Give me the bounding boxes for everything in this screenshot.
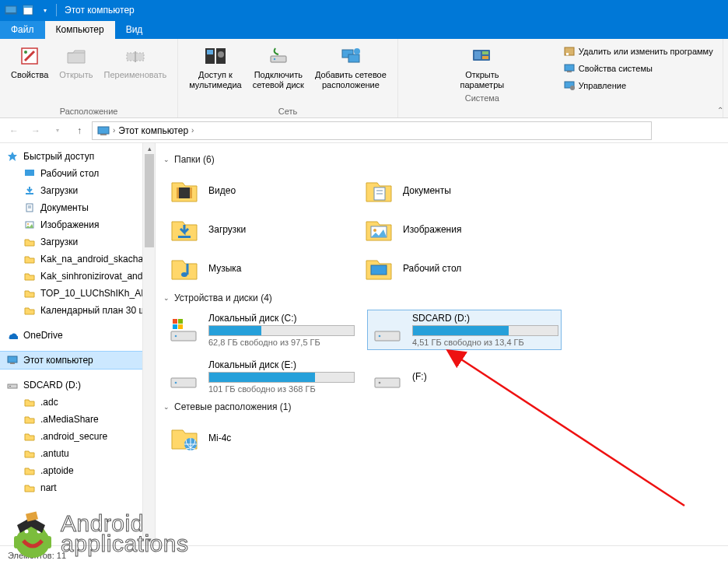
status-bar: Элементов: 11 [0,545,728,564]
scroll-up-icon[interactable]: ▴ [143,143,156,154]
system-properties-button[interactable]: Свойства системы [560,61,716,76]
qat-separator [56,4,57,16]
sidebar-f1[interactable]: Kak_na_android_skachat_vi [0,250,155,268]
sidebar-sdcard-label: SDCARD (D:) [23,380,81,391]
sidebar-f4[interactable]: Календарный план 30 шк [0,302,155,319]
content-pane[interactable]: ⌄Папки (6) Видео Документы Загрузки Изоб… [156,143,728,545]
sidebar-amedia[interactable]: .aMediaShare [0,411,155,428]
folder-documents[interactable]: Документы [358,171,552,210]
scroll-thumb[interactable] [145,154,154,247]
tab-view[interactable]: Вид [115,21,154,39]
svg-rect-38 [10,363,15,364]
folder-video[interactable]: Видео [163,171,358,210]
sidebar-quick-access[interactable]: Быстрый доступ [0,148,155,165]
sidebar-aptoide[interactable]: .aptoide [0,462,155,479]
folder-pictures[interactable]: Изображения [358,210,552,249]
drive-d[interactable]: SDCARD (D:) 4,51 ГБ свободно из 13,4 ГБ [367,310,562,350]
sidebar-documents[interactable]: Документы [0,199,155,216]
address-pc-icon [97,124,110,137]
media-access-label: Доступ к мультимедиа [189,70,242,90]
open-settings-button[interactable]: Открыть параметры [456,42,509,92]
nav-forward-button[interactable]: → [26,121,45,140]
drive-d-bar [412,325,558,336]
drive-d-name: SDCARD (D:) [412,313,558,324]
chevron-down-icon: ⌄ [163,403,170,411]
ribbon-group-network: Доступ к мультимедиа Подключить сетевой … [178,39,398,117]
svg-rect-1 [5,12,16,14]
svg-point-11 [218,51,224,58]
sidebar-downloads[interactable]: Загрузки [0,182,155,199]
properties-button[interactable]: Свойства [6,42,53,82]
sidebar-onedrive[interactable]: OneDrive [0,327,155,344]
nav-recent-dropdown[interactable]: ▾ [48,121,67,140]
breadcrumb-sep2-icon[interactable]: › [191,126,194,135]
desktop-folder-icon [362,252,395,285]
group-location-label: Расположение [60,105,118,116]
sidebar-scrollbar[interactable]: ▴ ▾ [142,143,155,545]
add-network-loc-button[interactable]: Добавить сетевое расположение [310,42,391,92]
folder-icon [23,287,36,300]
properties-label: Свойства [11,70,48,80]
nav-up-button[interactable]: ↑ [70,121,89,140]
qat-properties-icon[interactable] [22,4,34,16]
network-mi4c[interactable]: Mi-4c [163,419,358,457]
folder-pictures-label: Изображения [403,224,461,235]
sidebar-pictures[interactable]: Изображения [0,216,155,233]
folder-desktop[interactable]: Рабочий стол [358,249,552,288]
svg-point-59 [379,335,381,338]
folder-desktop-label: Рабочий стол [403,263,461,274]
tab-computer[interactable]: Компьютер [45,21,115,39]
sidebar-adc[interactable]: .adc [0,394,155,411]
sidebar-nart[interactable]: nart [0,479,155,496]
svg-rect-3 [23,5,33,8]
map-drive-label: Подключить сетевой диск [253,70,304,90]
svg-point-63 [379,382,381,384]
desktop-icon [23,167,36,180]
open-icon [64,44,89,68]
svg-point-40 [9,386,11,387]
nav-back-button[interactable]: ← [5,121,23,140]
qat-dropdown-icon[interactable]: ▾ [39,4,51,16]
breadcrumb-root[interactable]: Этот компьютер [118,125,188,136]
svg-point-61 [175,382,177,384]
map-drive-icon [266,44,291,68]
sidebar-desktop[interactable]: Рабочий стол [0,165,155,182]
svg-rect-37 [8,356,17,363]
media-access-button[interactable]: Доступ к мультимедиа [184,42,247,92]
sidebar-android-secure[interactable]: .android_secure [0,428,155,445]
sidebar-antutu[interactable]: .antutu [0,445,155,462]
open-settings-icon [470,44,495,68]
svg-point-53 [175,335,177,338]
svg-rect-19 [482,51,488,54]
drive-f[interactable]: (F:) [367,356,562,397]
manage-button[interactable]: Управление [560,78,716,93]
onedrive-icon [6,329,19,342]
group-folders-header[interactable]: ⌄Папки (6) [163,154,720,165]
sidebar-android-secure-label: .android_secure [40,431,107,442]
map-drive-button[interactable]: Подключить сетевой диск [248,42,309,92]
drive-e[interactable]: Локальный диск (E:) 101 ГБ свободно из 3… [163,356,358,397]
sidebar-f3[interactable]: TOP_10_LUChShIKh_ANDRO [0,285,155,302]
sidebar-downloads2[interactable]: Загрузки [0,233,155,250]
folder-downloads[interactable]: Загрузки [163,210,358,249]
downloads-folder-icon [168,213,201,246]
sidebar-f2[interactable]: Kak_sinhronizirovat_andro [0,268,155,285]
address-bar[interactable]: › Этот компьютер › [92,121,652,140]
drive-icon [370,313,404,347]
uninstall-program-button[interactable]: Удалить или изменить программу [560,44,716,59]
scroll-down-icon[interactable]: ▾ [143,534,156,545]
ribbon-collapse-icon[interactable]: ⌃ [717,106,723,114]
folder-music[interactable]: Музыка [163,249,358,288]
breadcrumb-sep-icon[interactable]: › [113,126,115,135]
group-drives-header[interactable]: ⌄Устройства и диски (4) [163,293,720,303]
drive-c[interactable]: Локальный диск (C:) 62,8 ГБ свободно из … [163,310,358,350]
group-network-header[interactable]: ⌄Сетевые расположения (1) [163,401,720,412]
tab-file[interactable]: Файл [0,21,45,39]
media-access-icon [203,44,228,68]
folders-grid: Видео Документы Загрузки Изображения Муз… [163,171,720,288]
sidebar-this-pc[interactable]: Этот компьютер [0,352,155,369]
system-menu-icon[interactable] [5,4,17,16]
rename-button: Переименовать [100,42,172,82]
sidebar-sdcard[interactable]: SDCARD (D:) [0,377,155,394]
navigation-pane[interactable]: Быстрый доступ Рабочий стол Загрузки Док… [0,143,156,545]
